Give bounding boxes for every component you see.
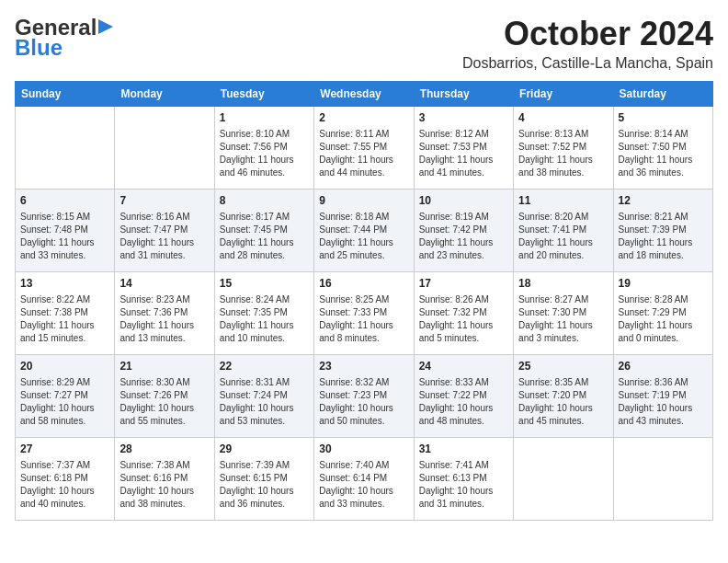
calendar-cell: 17Sunrise: 8:26 AMSunset: 7:32 PMDayligh… [414, 272, 513, 355]
calendar-cell [613, 438, 712, 521]
col-header-saturday: Saturday [613, 82, 712, 107]
cell-content: Sunrise: 8:30 AMSunset: 7:26 PMDaylight:… [119, 376, 209, 428]
page-header: General Blue October 2024 Dosbarrios, Ca… [15, 15, 713, 72]
calendar-cell: 12Sunrise: 8:21 AMSunset: 7:39 PMDayligh… [613, 190, 712, 272]
day-number: 27 [20, 442, 109, 457]
day-number: 25 [518, 359, 608, 374]
day-number: 7 [119, 193, 209, 209]
calendar-cell: 22Sunrise: 8:31 AMSunset: 7:24 PMDayligh… [214, 355, 313, 438]
calendar-cell: 31Sunrise: 7:41 AMSunset: 6:13 PMDayligh… [414, 438, 513, 521]
col-header-wednesday: Wednesday [314, 82, 414, 107]
title-block: October 2024 Dosbarrios, Castille-La Man… [462, 15, 713, 72]
day-number: 13 [20, 276, 109, 292]
cell-content: Sunrise: 8:24 AMSunset: 7:35 PMDaylight:… [220, 293, 309, 345]
cell-content: Sunrise: 8:17 AMSunset: 7:45 PMDaylight:… [220, 211, 309, 262]
calendar-cell: 30Sunrise: 7:40 AMSunset: 6:14 PMDayligh… [314, 438, 414, 521]
cell-content: Sunrise: 8:31 AMSunset: 7:24 PMDaylight:… [220, 376, 309, 428]
calendar-cell: 6Sunrise: 8:15 AMSunset: 7:48 PMDaylight… [16, 190, 115, 272]
cell-content: Sunrise: 8:36 AMSunset: 7:19 PMDaylight:… [619, 376, 708, 428]
col-header-tuesday: Tuesday [214, 82, 313, 107]
cell-content: Sunrise: 8:19 AMSunset: 7:42 PMDaylight:… [419, 211, 508, 262]
calendar-cell: 10Sunrise: 8:19 AMSunset: 7:42 PMDayligh… [414, 190, 513, 272]
col-header-thursday: Thursday [414, 82, 513, 107]
page-title: October 2024 [462, 15, 713, 53]
cell-content: Sunrise: 8:27 AMSunset: 7:30 PMDaylight:… [518, 293, 608, 345]
day-number: 11 [518, 193, 608, 209]
day-number: 20 [20, 359, 109, 374]
col-header-sunday: Sunday [16, 82, 115, 107]
calendar-week-row: 20Sunrise: 8:29 AMSunset: 7:27 PMDayligh… [16, 355, 713, 438]
calendar-cell: 16Sunrise: 8:25 AMSunset: 7:33 PMDayligh… [314, 272, 414, 355]
cell-content: Sunrise: 8:29 AMSunset: 7:27 PMDaylight:… [20, 376, 109, 428]
cell-content: Sunrise: 8:35 AMSunset: 7:20 PMDaylight:… [518, 376, 608, 428]
day-number: 15 [220, 276, 309, 292]
cell-content: Sunrise: 8:32 AMSunset: 7:23 PMDaylight:… [319, 376, 408, 428]
cell-content: Sunrise: 7:38 AMSunset: 6:16 PMDaylight:… [119, 459, 209, 511]
day-number: 22 [220, 359, 309, 374]
day-number: 19 [619, 276, 708, 292]
day-number: 18 [518, 276, 608, 292]
calendar-cell: 9Sunrise: 8:18 AMSunset: 7:44 PMDaylight… [314, 190, 414, 272]
svg-marker-0 [98, 19, 113, 34]
cell-content: Sunrise: 8:10 AMSunset: 7:56 PMDaylight:… [220, 128, 309, 179]
calendar-cell: 20Sunrise: 8:29 AMSunset: 7:27 PMDayligh… [16, 355, 115, 438]
cell-content: Sunrise: 8:18 AMSunset: 7:44 PMDaylight:… [319, 211, 408, 262]
cell-content: Sunrise: 8:11 AMSunset: 7:55 PMDaylight:… [319, 128, 408, 179]
calendar-week-row: 6Sunrise: 8:15 AMSunset: 7:48 PMDaylight… [16, 190, 713, 272]
cell-content: Sunrise: 8:20 AMSunset: 7:41 PMDaylight:… [518, 211, 608, 262]
day-number: 28 [119, 442, 209, 457]
day-number: 10 [419, 193, 508, 209]
calendar-cell: 3Sunrise: 8:12 AMSunset: 7:53 PMDaylight… [414, 107, 513, 190]
cell-content: Sunrise: 8:33 AMSunset: 7:22 PMDaylight:… [419, 376, 508, 428]
calendar-cell [16, 107, 115, 190]
calendar-cell: 21Sunrise: 8:30 AMSunset: 7:26 PMDayligh… [115, 355, 214, 438]
calendar-cell: 2Sunrise: 8:11 AMSunset: 7:55 PMDaylight… [314, 107, 414, 190]
cell-content: Sunrise: 8:14 AMSunset: 7:50 PMDaylight:… [619, 128, 708, 179]
calendar-cell: 14Sunrise: 8:23 AMSunset: 7:36 PMDayligh… [115, 272, 214, 355]
calendar-cell: 4Sunrise: 8:13 AMSunset: 7:52 PMDaylight… [514, 107, 613, 190]
calendar-table: SundayMondayTuesdayWednesdayThursdayFrid… [15, 81, 713, 521]
cell-content: Sunrise: 8:13 AMSunset: 7:52 PMDaylight:… [518, 128, 608, 179]
day-number: 17 [419, 276, 508, 292]
day-number: 16 [319, 276, 408, 292]
cell-content: Sunrise: 8:28 AMSunset: 7:29 PMDaylight:… [619, 293, 708, 345]
calendar-cell: 23Sunrise: 8:32 AMSunset: 7:23 PMDayligh… [314, 355, 414, 438]
col-header-friday: Friday [514, 82, 613, 107]
day-number: 21 [119, 359, 209, 374]
cell-content: Sunrise: 7:39 AMSunset: 6:15 PMDaylight:… [220, 459, 309, 511]
day-number: 12 [619, 193, 708, 209]
cell-content: Sunrise: 8:15 AMSunset: 7:48 PMDaylight:… [20, 211, 109, 262]
day-number: 3 [419, 110, 508, 126]
day-number: 8 [220, 193, 309, 209]
page-subtitle: Dosbarrios, Castille-La Mancha, Spain [462, 55, 713, 72]
day-number: 26 [619, 359, 708, 374]
logo-arrow-icon [98, 17, 117, 36]
calendar-cell [115, 107, 214, 190]
cell-content: Sunrise: 7:40 AMSunset: 6:14 PMDaylight:… [319, 459, 408, 511]
calendar-cell: 26Sunrise: 8:36 AMSunset: 7:19 PMDayligh… [613, 355, 712, 438]
cell-content: Sunrise: 7:41 AMSunset: 6:13 PMDaylight:… [419, 459, 508, 511]
calendar-cell: 27Sunrise: 7:37 AMSunset: 6:18 PMDayligh… [16, 438, 115, 521]
calendar-cell: 5Sunrise: 8:14 AMSunset: 7:50 PMDaylight… [613, 107, 712, 190]
calendar-cell: 11Sunrise: 8:20 AMSunset: 7:41 PMDayligh… [514, 190, 613, 272]
day-number: 6 [20, 193, 109, 209]
day-number: 14 [119, 276, 209, 292]
calendar-cell: 29Sunrise: 7:39 AMSunset: 6:15 PMDayligh… [214, 438, 313, 521]
day-number: 23 [319, 359, 408, 374]
calendar-cell: 24Sunrise: 8:33 AMSunset: 7:22 PMDayligh… [414, 355, 513, 438]
col-header-monday: Monday [115, 82, 214, 107]
cell-content: Sunrise: 8:26 AMSunset: 7:32 PMDaylight:… [419, 293, 508, 345]
day-number: 31 [419, 442, 508, 457]
day-number: 1 [220, 110, 309, 126]
calendar-week-row: 27Sunrise: 7:37 AMSunset: 6:18 PMDayligh… [16, 438, 713, 521]
day-number: 5 [619, 110, 708, 126]
day-number: 9 [319, 193, 408, 209]
calendar-cell: 28Sunrise: 7:38 AMSunset: 6:16 PMDayligh… [115, 438, 214, 521]
calendar-cell: 1Sunrise: 8:10 AMSunset: 7:56 PMDaylight… [214, 107, 313, 190]
cell-content: Sunrise: 8:21 AMSunset: 7:39 PMDaylight:… [619, 211, 708, 262]
calendar-cell [514, 438, 613, 521]
calendar-header-row: SundayMondayTuesdayWednesdayThursdayFrid… [16, 82, 713, 107]
calendar-week-row: 1Sunrise: 8:10 AMSunset: 7:56 PMDaylight… [16, 107, 713, 190]
day-number: 29 [220, 442, 309, 457]
day-number: 24 [419, 359, 508, 374]
